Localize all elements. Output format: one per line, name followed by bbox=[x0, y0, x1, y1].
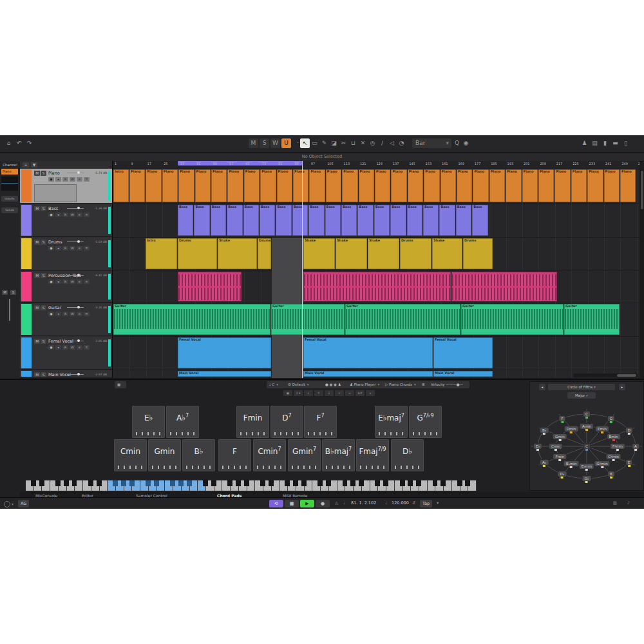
track-volume-slider[interactable] bbox=[67, 374, 84, 375]
hub-icon[interactable]: ⌂ bbox=[4, 138, 14, 148]
clip-guitar[interactable]: Guitar bbox=[271, 304, 345, 335]
channel-solo-button[interactable]: S bbox=[10, 290, 16, 295]
clip-piano[interactable]: Piano bbox=[408, 169, 423, 202]
piano-key-black[interactable] bbox=[457, 480, 462, 486]
stop-button[interactable]: ■ bbox=[285, 500, 299, 507]
track-volume-slider[interactable] bbox=[67, 208, 84, 209]
object-selection-tool[interactable]: ↖ bbox=[300, 138, 310, 148]
adaptive-voicing-icon[interactable]: ● ◉ ◉ ♟ bbox=[323, 381, 348, 388]
clip-bass[interactable]: Bass bbox=[341, 205, 357, 236]
pads-toolbar2-button-7[interactable]: A# bbox=[355, 390, 365, 396]
track-mute-button[interactable]: M bbox=[34, 305, 40, 310]
piano-key-black[interactable] bbox=[350, 480, 355, 486]
clip-femal-vocal[interactable]: Femal Vocal bbox=[178, 337, 271, 368]
track-row-main-vocal[interactable]: MSMain Vocal-2.97 dB bbox=[20, 370, 112, 378]
transport-caret-icon[interactable]: ▾ bbox=[12, 502, 14, 506]
clip-piano[interactable]: Piano bbox=[129, 169, 145, 202]
piano-key-black[interactable] bbox=[236, 480, 241, 486]
piano-key-black[interactable] bbox=[301, 480, 307, 486]
piano-key-black[interactable] bbox=[383, 480, 388, 486]
track-row-femal-vocal[interactable]: MSFemal Vocal-3.05 dB●◂RWe≡ bbox=[20, 337, 112, 370]
piano-key-black[interactable] bbox=[343, 480, 348, 486]
clip-main-vocal[interactable]: Main Vocal bbox=[433, 371, 493, 377]
grid-type-select[interactable]: Bar▾ bbox=[412, 138, 451, 148]
clip-femal-vocal[interactable]: Femal Vocal bbox=[433, 337, 493, 368]
clip-bass[interactable]: Bass bbox=[292, 205, 308, 236]
automation-m-button[interactable]: M bbox=[249, 138, 258, 148]
clip-bass[interactable]: Bass bbox=[407, 205, 422, 236]
clip-piano[interactable]: Piano bbox=[391, 169, 406, 202]
clip-drums[interactable]: Shake bbox=[303, 238, 335, 269]
pads-toolbar2-button-0[interactable]: ▣ bbox=[283, 390, 292, 396]
track-more-button[interactable]: ≡ bbox=[84, 177, 90, 182]
track-record-button[interactable]: ● bbox=[48, 279, 54, 284]
cof-major-Gb[interactable]: G♭ bbox=[583, 476, 591, 481]
clip-drums[interactable]: Shake bbox=[368, 238, 399, 269]
clip-piano[interactable]: Piano bbox=[326, 169, 341, 202]
clip-bass[interactable]: Bass bbox=[325, 205, 341, 236]
track-record-button[interactable]: ● bbox=[48, 345, 54, 350]
track-row-percussion-tops[interactable]: MSPercussion Tops-4.41 dB●◂RWe≡ bbox=[20, 271, 112, 303]
clip-piano[interactable]: Piano bbox=[227, 169, 243, 202]
track-write-button[interactable]: W bbox=[70, 213, 75, 217]
piano-key-black[interactable] bbox=[375, 480, 380, 486]
track-monitor-button[interactable]: ◂ bbox=[55, 279, 61, 284]
cof-major-A[interactable]: A bbox=[632, 444, 639, 449]
chord-pad-F7[interactable]: F7 bbox=[304, 406, 337, 438]
chord-pad-Cmin7[interactable]: Cmin7 bbox=[253, 439, 286, 471]
track-write-button[interactable]: W bbox=[70, 312, 75, 316]
lower-zone-icon[interactable]: ▬ bbox=[611, 138, 620, 148]
piano-key-black[interactable] bbox=[326, 480, 331, 486]
channel-sends-section[interactable]: Sends bbox=[1, 207, 18, 213]
piano-key-black[interactable] bbox=[244, 480, 249, 486]
chord-pad-Gmin7[interactable]: Gmin7 bbox=[288, 439, 321, 471]
piano-key-black[interactable] bbox=[285, 480, 290, 486]
cof-major-Eb[interactable]: E♭ bbox=[534, 444, 542, 449]
clip-piano[interactable]: Piano bbox=[359, 169, 374, 202]
track-record-button[interactable]: ● bbox=[48, 312, 54, 316]
track-read-button[interactable]: R bbox=[62, 312, 68, 316]
pads-toolbar2-button-4[interactable]: ↧ bbox=[325, 390, 334, 396]
clip-bass[interactable]: Bass bbox=[439, 205, 455, 236]
track-row-guitar[interactable]: MSGuitar-3.35 dB●◂RWe≡ bbox=[20, 303, 112, 336]
clip-bass[interactable]: Bass bbox=[308, 205, 324, 236]
track-volume-slider[interactable] bbox=[67, 307, 84, 308]
piano-key-black[interactable] bbox=[31, 480, 36, 486]
clip-bass[interactable]: Bass bbox=[374, 205, 390, 236]
track-edit-button[interactable]: e bbox=[77, 246, 82, 251]
clip-piano[interactable]: Piano bbox=[211, 169, 227, 202]
piano-key-black[interactable] bbox=[203, 480, 208, 486]
cof-minor-Fmin[interactable]: Fmin bbox=[554, 454, 567, 459]
track-edit-button[interactable]: e bbox=[77, 345, 82, 350]
track-mute-button[interactable]: M bbox=[34, 206, 40, 211]
play-button[interactable]: ▶ bbox=[300, 500, 314, 507]
clip-percussion-tops[interactable] bbox=[451, 272, 557, 301]
piano-key-black[interactable] bbox=[416, 480, 421, 486]
track-more-button[interactable]: ≡ bbox=[84, 246, 90, 251]
track-more-button[interactable]: ≡ bbox=[84, 312, 90, 316]
clip-bass[interactable]: Bass bbox=[456, 205, 471, 236]
snap-button[interactable]: U bbox=[281, 138, 291, 148]
track-mute-button[interactable]: M bbox=[34, 372, 40, 377]
clip-drums[interactable]: Drums bbox=[400, 238, 431, 269]
cof-minor-Cbmin[interactable]: C♯min bbox=[606, 454, 621, 459]
clip-piano[interactable]: Piano bbox=[342, 169, 357, 202]
clip-piano[interactable]: Piano bbox=[146, 169, 161, 202]
automation-s-button[interactable]: S bbox=[260, 138, 269, 148]
draw-tool[interactable]: ✎ bbox=[319, 138, 329, 148]
keyboard-icon[interactable]: ♪ bbox=[627, 500, 630, 506]
cof-center-key[interactable]: C bbox=[583, 444, 590, 449]
track-solo-button[interactable]: S bbox=[41, 273, 46, 278]
track-monitor-button[interactable]: ◂ bbox=[55, 177, 61, 182]
clip-bass[interactable]: Bass bbox=[194, 205, 209, 236]
piano-key-black[interactable] bbox=[129, 480, 135, 486]
clip-piano[interactable]: Piano bbox=[260, 169, 276, 202]
cof-major-E[interactable]: E bbox=[626, 460, 632, 465]
track-mute-button[interactable]: M bbox=[34, 240, 40, 245]
track-record-button[interactable]: ● bbox=[48, 246, 54, 251]
tempo-display[interactable]: 120.000 bbox=[392, 500, 409, 506]
track-monitor-button[interactable]: ◂ bbox=[55, 246, 61, 251]
iterative-quantize-button[interactable]: ◉ bbox=[461, 138, 471, 148]
pads-toolbar2-button-3[interactable]: ↥ bbox=[314, 390, 323, 396]
track-volume-slider[interactable] bbox=[67, 173, 84, 173]
